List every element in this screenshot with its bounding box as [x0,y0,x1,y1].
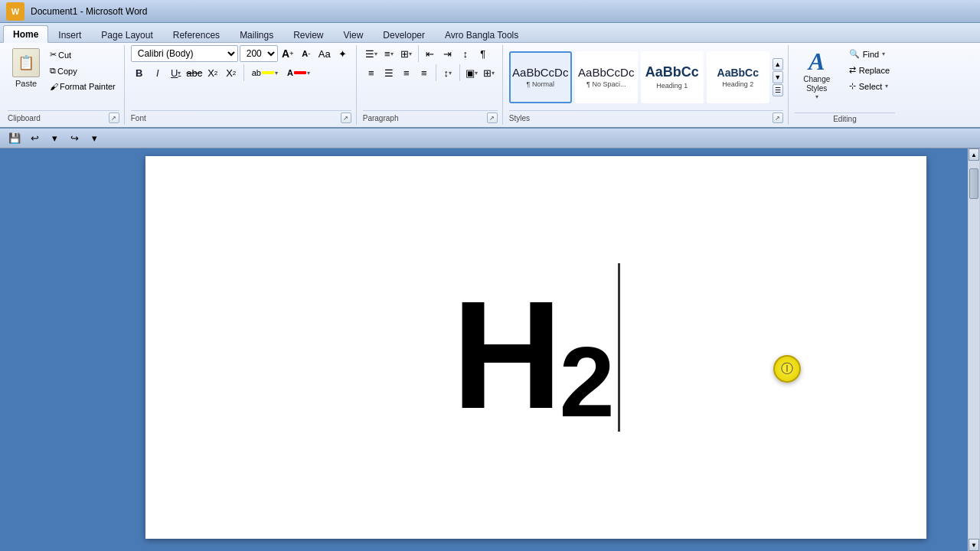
quick-access-more-button[interactable]: ▾ [86,130,103,147]
document-page[interactable]: H 2 Ⓘ [145,156,926,539]
style-no-spacing[interactable]: AaBbCcDc ¶ No Spaci... [575,51,638,103]
style-heading1[interactable]: AaBbCc Heading 1 [641,51,704,103]
change-styles-button[interactable]: A ChangeStyles ▾ [795,45,839,104]
styles-expand-button[interactable]: ↗ [773,112,783,123]
subscript-button[interactable]: X2 [204,64,221,81]
main-text: H [452,279,559,432]
italic-button[interactable]: I [149,64,166,81]
font-group: Calibri (Body) 200 A+ A- Aa ✦ [126,45,357,125]
replace-button[interactable]: ⇄ Replace [844,63,895,77]
numbering-button[interactable]: ≡▾ [381,45,397,62]
paragraph-controls: ☰▾ ≡▾ ⊞▾ ⇤ ⇥ ↕ [363,45,498,81]
sort-button[interactable]: ↕ [457,45,474,62]
decrease-indent-icon: ⇤ [426,48,434,60]
editing-group-label: Editing [795,112,895,125]
styles-scroll: ▲ ▼ ☰ [773,58,783,96]
align-right-icon: ≡ [403,67,410,79]
save-icon: 💾 [8,132,21,144]
increase-indent-button[interactable]: ⇥ [439,45,456,62]
styles-scroll-up[interactable]: ▲ [773,58,783,70]
format-painter-button[interactable]: 🖌 Format Painter [46,80,119,93]
shrink-font-button[interactable]: A- [298,45,315,62]
tab-page-layout[interactable]: Page Layout [91,26,162,43]
show-marks-button[interactable]: ¶ [475,45,492,62]
styles-scroll-more[interactable]: ☰ [773,84,783,96]
ribbon: 📋 Paste ✂ Cut ⧉ Copy 🖌 Format Painter C [0,43,980,129]
copy-icon: ⧉ [50,66,56,76]
bullets-button[interactable]: ☰▾ [363,45,380,62]
copy-button[interactable]: ⧉ Copy [46,64,119,78]
find-button[interactable]: 🔍 Find ▾ [844,47,895,61]
tab-mailings[interactable]: Mailings [230,26,283,43]
document-scroll[interactable]: H 2 Ⓘ [92,148,980,551]
styles-group-label: Styles ↗ [509,110,783,125]
decrease-indent-button[interactable]: ⇤ [422,45,439,62]
tab-review[interactable]: Review [283,26,333,43]
scroll-up-button[interactable]: ▲ [969,148,979,161]
font-family-select[interactable]: Calibri (Body) [131,45,238,62]
cut-icon: ✂ [50,50,57,60]
scrollbar-track[interactable] [969,161,979,539]
select-button[interactable]: ⊹ Select ▾ [844,79,895,93]
tab-home[interactable]: Home [3,25,48,43]
underline-button[interactable]: U▾ [168,64,185,81]
save-button[interactable]: 💾 [6,130,23,147]
change-styles-label: ChangeStyles [803,75,830,93]
justify-button[interactable]: ≡ [416,64,433,81]
bold-button[interactable]: B [131,64,148,81]
tab-view[interactable]: View [334,26,374,43]
change-case-button[interactable]: Aa [316,45,333,62]
paste-button[interactable]: 📋 Paste [8,45,44,91]
strikethrough-button[interactable]: abc [186,64,203,81]
left-ruler [0,148,92,551]
line-spacing-button[interactable]: ↕▾ [439,64,456,81]
undo-dropdown-arrow: ▾ [52,132,57,144]
shrink-font-icon: A [302,49,308,58]
multilevel-list-button[interactable]: ⊞▾ [398,45,415,62]
quick-access-more-icon: ▾ [92,132,97,144]
grow-font-button[interactable]: A+ [279,45,296,62]
quick-access-toolbar: 💾 ↩ ▾ ↪ ▾ [0,129,980,148]
change-case-icon: Aa [318,48,331,60]
highlight-icon: ab [252,68,261,77]
tab-references[interactable]: References [163,26,230,43]
tab-developer[interactable]: Developer [373,26,435,43]
font-color-indicator [294,71,306,74]
tab-avro[interactable]: Avro Bangla Tools [435,26,528,43]
style-normal-label: ¶ Normal [527,80,554,88]
scrollbar-thumb[interactable] [969,168,978,199]
font-color-button[interactable]: A ▾ [283,64,314,81]
font-expand-button[interactable]: ↗ [341,112,351,123]
align-right-button[interactable]: ≡ [398,64,415,81]
text-cursor [618,263,620,432]
paste-label: Paste [15,79,37,88]
shading-button[interactable]: ▣▾ [463,64,480,81]
font-row-2: B I U▾ abc X2 X2 ab ▾ A [131,64,351,81]
clipboard-expand-button[interactable]: ↗ [109,112,119,123]
undo-dropdown-button[interactable]: ▾ [46,130,63,147]
align-left-button[interactable]: ≡ [363,64,380,81]
clear-formatting-button[interactable]: ✦ [335,45,351,62]
highlight-color-button[interactable]: ab ▾ [248,64,282,81]
align-center-button[interactable]: ☰ [381,64,397,81]
borders-button[interactable]: ⊞▾ [481,64,498,81]
style-heading2[interactable]: AaBbCc Heading 2 [707,51,769,103]
vertical-scrollbar[interactable]: ▲ ▼ [968,148,980,551]
shading-icon: ▣ [466,67,475,79]
undo-button[interactable]: ↩ [26,130,43,147]
superscript-button[interactable]: X2 [223,64,240,81]
redo-button[interactable]: ↪ [66,130,83,147]
tab-insert[interactable]: Insert [48,26,91,43]
font-size-select[interactable]: 200 [240,45,278,62]
style-heading1-label: Heading 1 [656,82,688,90]
scroll-down-button[interactable]: ▼ [969,539,979,551]
paragraph-expand-button[interactable]: ↗ [487,112,498,123]
styles-scroll-down[interactable]: ▼ [773,71,783,83]
editing-group: 🔍 Find ▾ ⇄ Replace ⊹ Select ▾ [844,45,895,93]
ribbon-tabs: Home Insert Page Layout References Maili… [0,23,980,43]
underline-dropdown-arrow: ▾ [178,70,181,77]
cut-button[interactable]: ✂ Cut [46,47,119,62]
borders-icon: ⊞ [483,67,492,79]
style-normal[interactable]: AaBbCcDc ¶ Normal [509,51,572,103]
paragraph-row-2: ≡ ☰ ≡ ≡ ↕▾ [363,64,498,81]
